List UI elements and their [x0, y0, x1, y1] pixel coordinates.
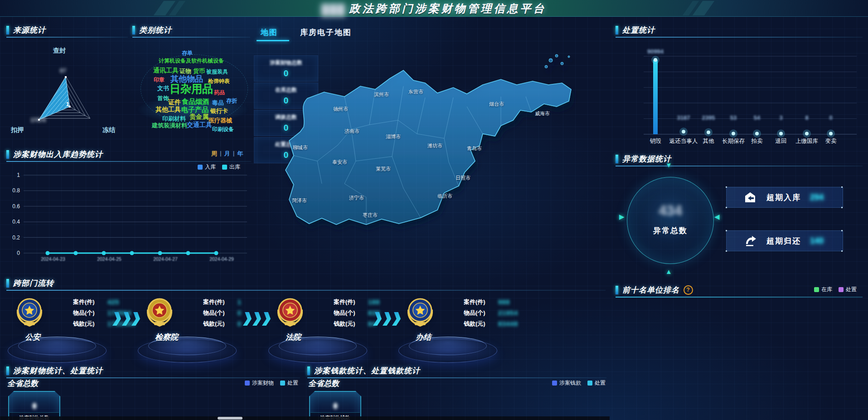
- horizontal-scrollbar-track: [0, 416, 610, 420]
- svg-text:变卖: 变卖: [825, 138, 837, 144]
- flow-stat-label: 案件(件): [334, 298, 364, 306]
- legend-item[interactable]: 处置: [587, 379, 606, 387]
- wordcloud-term[interactable]: 毒品: [212, 100, 224, 106]
- court-badge-icon: [276, 297, 305, 329]
- svg-text:其他: 其他: [703, 138, 715, 144]
- legend-item[interactable]: 出库: [222, 163, 240, 171]
- flow-dept-检察院: 案件(件) 1 物品(个) 0 钱款(元) 0检察院: [137, 295, 268, 366]
- wordcloud-term[interactable]: 首饰: [157, 95, 169, 101]
- triangle-up-icon: ▲: [665, 268, 672, 275]
- radar-axis-right: 冻结: [102, 126, 116, 133]
- legend-item[interactable]: 涉案钱款: [552, 379, 581, 387]
- wordcloud-term[interactable]: 日杂用品: [170, 83, 213, 94]
- wordcloud-term[interactable]: 被服装具: [206, 69, 228, 74]
- wordcloud-term[interactable]: 食品烟酒: [182, 98, 209, 105]
- flow-stat-value: 425: [107, 298, 119, 306]
- wordcloud-term[interactable]: 存单: [182, 50, 193, 56]
- flow-dept-公安: 案件(件) 425 物品(个) 174584 钱款(元) 1793444公安: [7, 295, 138, 366]
- wordcloud-term[interactable]: 建筑装潢材料: [152, 122, 187, 128]
- legend-swatch-icon: [198, 165, 203, 170]
- flow-stat-value: 0: [238, 320, 242, 327]
- flow-stat-row: 案件(件) 1: [203, 297, 242, 308]
- period-option-2[interactable]: 月: [224, 150, 230, 158]
- wordcloud-term[interactable]: 印刷材料: [162, 116, 186, 122]
- flow-stat-value: 188: [368, 298, 380, 306]
- flow-stat-row: 案件(件) 425: [73, 297, 136, 308]
- dashboard-root: ███政法跨部门涉案财物管理信息平台 来源统计 类别统计 处置统计 涉案财物出入…: [0, 0, 868, 420]
- legend-item[interactable]: 处置: [280, 379, 298, 387]
- city-name-redacted: ███: [322, 4, 346, 16]
- money-subtotal-label: 全省总数: [308, 378, 339, 389]
- svg-text:返还当事人: 返还当事人: [669, 138, 698, 144]
- flow-stats: 案件(件) 188 物品(个) 839 钱款(元) 84: [334, 297, 380, 329]
- abnormal-row-2[interactable]: 超期归还 140: [726, 230, 843, 251]
- bar: [653, 60, 658, 134]
- radar-data-shape: [39, 77, 70, 120]
- wordcloud-term[interactable]: 印章: [154, 77, 165, 83]
- legend-swatch-icon: [222, 165, 227, 170]
- flow-dept-法院: 案件(件) 188 物品(个) 839 钱款(元) 84法院: [267, 295, 399, 366]
- radar-chart: 查封 扣押 冻结 87 1 17474: [5, 36, 127, 141]
- flow-stat-row: 案件(件) 988: [464, 297, 518, 308]
- legend-swatch-icon: [280, 381, 285, 386]
- abnormal-row-value: 140: [810, 236, 824, 246]
- shandong-map[interactable]: [254, 43, 607, 290]
- tab-warehouse-map[interactable]: 库房电子地图: [300, 27, 352, 38]
- wordcloud-term[interactable]: 计算机设备及软件机械设备: [159, 58, 224, 63]
- svg-text:0.6: 0.6: [12, 203, 20, 210]
- money-legend: 涉案钱款处置: [552, 379, 606, 387]
- wordcloud-term[interactable]: 其他工具: [155, 106, 181, 112]
- wordcloud-term[interactable]: 货币: [193, 68, 205, 74]
- flow-stat-label: 钱款(元): [334, 320, 364, 328]
- panel-title-category: 类别统计: [132, 24, 250, 35]
- svg-text:8: 8: [805, 114, 808, 121]
- period-option-3[interactable]: 年: [237, 150, 243, 158]
- radar-value-top: 87: [60, 67, 66, 74]
- wordcloud-term[interactable]: 印刷设备: [212, 127, 234, 132]
- property-subtotal-label: 全省总数: [7, 378, 38, 389]
- svg-text:0: 0: [17, 250, 20, 256]
- flow-stat-value: 21954: [498, 309, 518, 317]
- svg-text:2024-04-29: 2024-04-29: [209, 256, 234, 262]
- wordcloud-term[interactable]: 证物: [179, 68, 191, 74]
- wordcloud-term[interactable]: 文书: [157, 85, 169, 91]
- wordcloud-term[interactable]: 存折: [226, 98, 237, 103]
- wordcloud-term[interactable]: 证件: [168, 99, 181, 105]
- abnormal-total-label: 异常总数: [627, 225, 713, 236]
- header-bar: ███政法跨部门涉案财物管理信息平台: [0, 0, 868, 17]
- svg-text:0.4: 0.4: [12, 219, 20, 225]
- abnormal-total-value: 434: [627, 203, 713, 219]
- svg-text:拍卖: 拍卖: [751, 138, 763, 144]
- flow-dept-办结: 案件(件) 988 物品(个) 21954 钱款(元) 83448办结: [398, 295, 529, 366]
- wordcloud-term[interactable]: 贵金属: [189, 113, 209, 120]
- help-icon[interactable]: ?: [684, 285, 693, 295]
- svg-text:2024-04-23: 2024-04-23: [41, 256, 65, 262]
- legend-item[interactable]: 在库: [814, 286, 832, 293]
- wordcloud-term[interactable]: 其他物品: [170, 75, 203, 83]
- wordcloud-term[interactable]: 通讯工具: [153, 67, 179, 73]
- legend-swatch-icon: [245, 381, 250, 386]
- period-separator: |: [220, 150, 222, 158]
- svg-text:2024-04-25: 2024-04-25: [97, 256, 121, 262]
- wordcloud-term[interactable]: 交通工具: [187, 122, 212, 128]
- triangle-right-icon: ▶: [619, 213, 625, 221]
- legend-item[interactable]: 处置: [839, 286, 857, 293]
- flow-stat-value: 0: [238, 309, 242, 317]
- flow-stat-label: 物品(个): [334, 309, 364, 317]
- tab-map[interactable]: 地图: [261, 27, 278, 38]
- page-title-text: 政法跨部门涉案财物管理信息平台: [349, 2, 546, 15]
- abnormal-row-1[interactable]: 超期入库 294: [726, 187, 843, 208]
- money-total-card: 涉案财物钱款: [309, 391, 361, 420]
- period-option-1[interactable]: 周: [211, 150, 217, 158]
- wordcloud-term[interactable]: 银行卡: [210, 108, 228, 114]
- svg-text:2024-04-27: 2024-04-27: [153, 256, 178, 262]
- flow-stat-row: 物品(个) 21954: [464, 308, 518, 318]
- flow-dept-name: 检察院: [155, 332, 178, 342]
- horizontal-scrollbar-thumb[interactable]: [218, 417, 242, 420]
- wordcloud-term[interactable]: 电子产品: [181, 106, 209, 113]
- legend-item[interactable]: 涉案财物: [245, 379, 274, 387]
- disposal-bar-chart: 90994销毁3187返还当事人2395其他53长期保存54拍卖3退回8上缴国库…: [616, 38, 863, 147]
- flow-arrow-icon: [113, 312, 140, 326]
- legend-item[interactable]: 入库: [198, 163, 216, 171]
- wordcloud-term[interactable]: 药品: [214, 90, 225, 95]
